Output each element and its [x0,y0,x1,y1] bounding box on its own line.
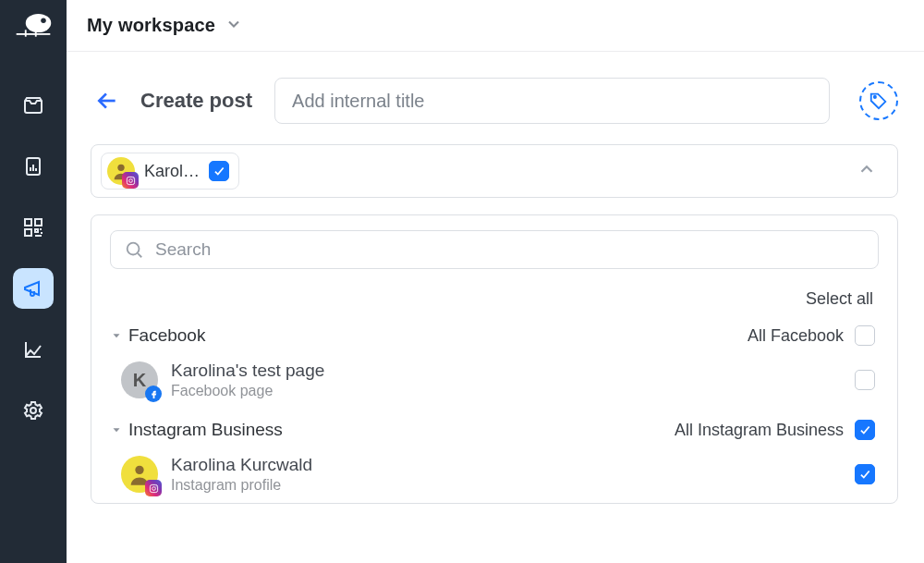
svg-point-14 [128,178,132,182]
app-logo [13,13,54,41]
topbar: My workspace [67,0,924,52]
nav-analytics[interactable] [13,329,54,370]
nav-documents[interactable] [13,146,54,187]
account-title: Karolina's test page [171,361,324,381]
search-icon [124,239,144,260]
selector-header[interactable]: Karol… [91,145,897,197]
group-header: Instagram Business All Instagram Busines… [110,414,879,446]
svg-point-20 [135,466,143,474]
account-avatar: K [121,361,158,398]
group-facebook: Facebook All Facebook K [110,320,879,409]
svg-point-12 [117,165,124,171]
sidebar [0,0,67,563]
create-post-row: Create post [91,78,898,124]
svg-marker-18 [114,334,120,337]
svg-marker-19 [114,428,120,432]
svg-point-23 [155,485,156,486]
chip-checkbox[interactable] [209,161,229,181]
sidebar-nav [13,85,54,431]
nav-inbox[interactable] [13,85,54,126]
svg-point-9 [30,408,36,413]
selected-account-chip[interactable]: Karol… [101,153,239,190]
group-all-label[interactable]: All Instagram Business [675,421,844,440]
account-checkbox[interactable] [855,370,875,390]
account-subtitle: Instagram profile [171,477,312,494]
workspace-title[interactable]: My workspace [87,15,215,36]
content: Create post Karol… [67,52,924,563]
search-input[interactable] [153,239,865,261]
svg-rect-4 [35,31,37,37]
main: My workspace Create post [67,0,924,563]
group-instagram: Instagram Business All Instagram Busines… [110,414,879,503]
nav-settings[interactable] [13,390,54,431]
instagram-badge-icon [145,480,162,496]
svg-rect-7 [35,219,42,226]
account-selector: Karol… [91,144,898,198]
svg-line-17 [138,253,141,257]
account-subtitle: Facebook page [171,383,324,399]
account-title: Karolina Kurcwald [171,455,312,475]
svg-point-1 [41,18,45,23]
group-all-checkbox[interactable] [855,420,875,440]
facebook-badge-icon [145,386,162,402]
search-field[interactable] [110,230,879,269]
account-dropdown-panel: Select all Facebook All Facebook [91,214,898,504]
svg-rect-8 [25,229,31,236]
svg-point-22 [152,486,155,490]
svg-rect-3 [25,31,27,37]
add-tag-button[interactable] [859,81,898,120]
svg-point-11 [874,96,876,98]
caret-down-icon[interactable] [110,329,123,342]
group-title: Facebook [128,325,205,346]
chip-avatar [107,157,135,185]
account-checkbox[interactable] [855,464,875,484]
nav-qr[interactable] [13,207,54,248]
svg-rect-6 [25,219,31,226]
app-root: My workspace Create post [0,0,924,563]
svg-rect-2 [17,33,51,35]
back-button[interactable] [91,84,124,117]
group-all-label[interactable]: All Facebook [748,326,844,346]
group-title: Instagram Business [128,420,283,440]
select-all-button[interactable]: Select all [110,289,873,309]
group-header: Facebook All Facebook [110,320,879,351]
workspace-chevron-icon[interactable] [225,15,243,37]
nav-campaigns[interactable] [13,268,54,309]
group-all-checkbox[interactable] [855,325,875,346]
account-item[interactable]: K Karolina's test page Facebook page [110,351,879,409]
svg-point-0 [26,14,51,32]
account-avatar [121,456,158,493]
account-item[interactable]: Karolina Kurcwald Instagram profile [110,446,879,503]
instagram-badge-icon [122,172,139,189]
svg-point-16 [128,243,140,255]
svg-point-15 [132,177,133,178]
collapse-toggle-icon[interactable] [857,159,877,183]
chip-label: Karol… [144,162,200,181]
page-title: Create post [140,89,252,113]
internal-title-input[interactable] [274,78,830,124]
caret-down-icon[interactable] [110,423,123,436]
